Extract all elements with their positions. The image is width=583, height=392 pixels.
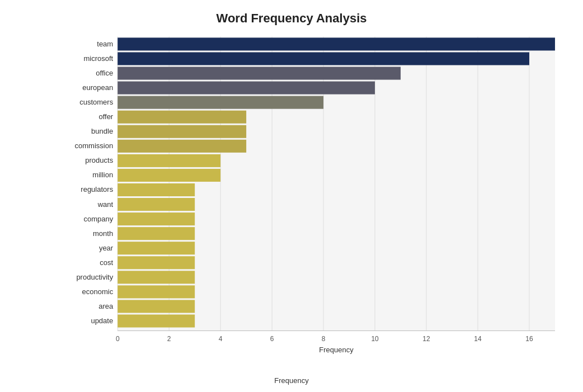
svg-text:cost: cost: [100, 258, 113, 267]
svg-text:offer: offer: [98, 112, 113, 121]
svg-text:year: year: [99, 244, 114, 252]
svg-text:10: 10: [371, 335, 379, 343]
svg-rect-50: [117, 256, 195, 269]
svg-rect-52: [117, 271, 195, 284]
svg-text:Frequency: Frequency: [319, 346, 354, 354]
svg-text:economic: economic: [82, 287, 113, 296]
svg-text:14: 14: [474, 335, 482, 343]
svg-rect-44: [117, 212, 195, 225]
svg-text:team: team: [97, 40, 113, 48]
svg-rect-42: [117, 198, 195, 211]
svg-text:commission: commission: [74, 141, 113, 150]
svg-text:8: 8: [322, 335, 326, 343]
svg-rect-34: [117, 140, 246, 153]
chart-container: Word Frequency Analysis 0246810121416tea…: [0, 0, 583, 392]
svg-rect-32: [117, 125, 246, 138]
svg-text:area: area: [98, 302, 114, 310]
svg-rect-22: [117, 52, 529, 65]
svg-rect-46: [117, 227, 195, 240]
svg-rect-48: [117, 242, 195, 254]
svg-text:customers: customers: [79, 98, 114, 106]
svg-rect-40: [117, 183, 195, 196]
svg-rect-24: [117, 67, 401, 79]
chart-title: Word Frequency Analysis: [17, 11, 566, 26]
svg-rect-54: [117, 285, 195, 298]
svg-text:bundle: bundle: [91, 127, 113, 135]
svg-rect-30: [117, 111, 246, 124]
svg-text:productivity: productivity: [76, 273, 113, 281]
svg-text:products: products: [85, 156, 113, 164]
svg-text:microsoft: microsoft: [83, 54, 113, 63]
svg-text:4: 4: [219, 335, 223, 343]
svg-text:million: million: [92, 171, 113, 179]
svg-text:want: want: [97, 200, 114, 209]
chart-area: 0246810121416teammicrosoftofficeeuropean…: [62, 31, 566, 356]
svg-rect-38: [117, 169, 220, 182]
svg-text:16: 16: [525, 335, 533, 343]
svg-rect-26: [117, 82, 375, 95]
svg-text:european: european: [82, 83, 113, 92]
svg-text:office: office: [96, 69, 113, 77]
svg-text:regulators: regulators: [81, 185, 113, 193]
chart-svg: 0246810121416teammicrosoftofficeeuropean…: [62, 31, 566, 356]
svg-text:12: 12: [422, 335, 430, 343]
svg-text:6: 6: [270, 335, 274, 343]
svg-rect-20: [117, 37, 555, 50]
svg-text:0: 0: [116, 335, 120, 343]
svg-text:month: month: [93, 229, 113, 238]
svg-rect-58: [117, 314, 195, 327]
svg-text:company: company: [83, 215, 113, 223]
svg-text:2: 2: [167, 335, 171, 343]
svg-rect-36: [117, 154, 220, 167]
svg-rect-56: [117, 300, 195, 313]
svg-text:update: update: [91, 317, 113, 325]
svg-rect-28: [117, 96, 323, 109]
x-axis-title: Frequency: [17, 376, 566, 385]
